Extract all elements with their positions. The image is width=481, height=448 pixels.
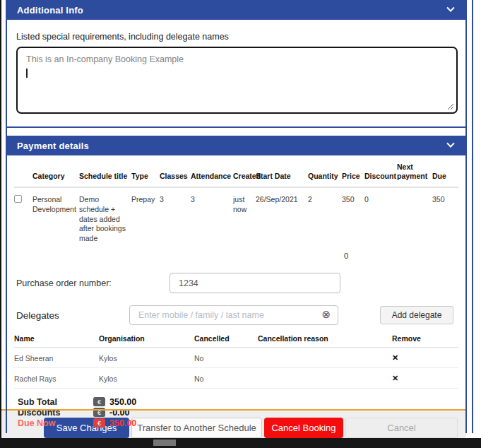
additional-info-title: Additional Info	[17, 5, 83, 16]
col-discount: Discount	[364, 158, 397, 187]
col-cancelled: Cancelled	[194, 329, 258, 348]
delegate-row: Ed Sheeran Kylos No ✕	[14, 348, 458, 368]
additional-info-header[interactable]: Additional Info	[7, 0, 465, 20]
panel-border-right	[465, 0, 467, 433]
col-remove: Remove	[392, 329, 458, 348]
col-start-date: Start Date	[256, 158, 308, 187]
purchase-order-input[interactable]	[170, 273, 340, 293]
requirements-text: This is an In-company Booking Example	[26, 54, 184, 64]
chevron-down-icon[interactable]	[446, 4, 454, 12]
delegate-cancellation-reason	[258, 348, 392, 368]
payment-details-title: Payment details	[17, 141, 89, 151]
delegate-cancelled: No	[194, 348, 258, 368]
col-created: Created	[233, 158, 256, 187]
booking-modal: Additional Info Listed special requireme…	[0, 0, 481, 448]
footer-divider	[1, 409, 466, 411]
cell-type: Prepay	[131, 187, 160, 243]
cell-schedule-title: Demo schedule + dates added after bookin…	[79, 187, 131, 243]
cell-quantity: 2	[308, 187, 342, 243]
col-type: Type	[131, 158, 160, 187]
add-delegate-button[interactable]: Add delegate	[380, 306, 453, 324]
remove-delegate-icon[interactable]: ✕	[392, 374, 398, 382]
cell-next-payment	[397, 187, 432, 243]
purchase-order-label: Purchase order number:	[14, 278, 170, 288]
col-category: Category	[32, 158, 79, 187]
subtotal-row: Sub Total € 350.00	[14, 396, 226, 407]
cell-discount: 0	[364, 187, 397, 243]
col-attendance: Attendance	[191, 158, 233, 187]
delegate-name: Ed Sheeran	[14, 348, 99, 368]
cell-category: Personal Development	[32, 187, 79, 243]
col-quantity: Quantity	[308, 158, 342, 187]
delegate-organisation: Kylos	[99, 348, 194, 368]
remove-delegate-icon[interactable]: ✕	[392, 353, 398, 362]
delegate-search-input[interactable]	[129, 305, 338, 325]
cell-start-date: 26/Sep/2021	[256, 187, 308, 243]
discount-total: 0	[344, 252, 458, 260]
col-classes: Classes	[160, 158, 191, 187]
col-due: Due	[432, 158, 458, 187]
delegate-organisation: Kylos	[99, 368, 194, 389]
totals-block: Sub Total € 350.00 Discounts € -0.00 Due…	[14, 396, 226, 428]
delegate-cancellation-reason	[258, 368, 392, 389]
subtotal-value: 350.00	[109, 397, 136, 407]
cancel-booking-button[interactable]: Cancel Booking	[264, 418, 343, 438]
delegates-label: Delegates	[14, 310, 129, 321]
delegate-cancelled: No	[194, 368, 258, 389]
horizontal-scrollbar-thumb[interactable]	[153, 440, 176, 446]
cell-classes: 3	[160, 187, 191, 243]
delegates-table-header-row: Name Organisation Cancelled Cancellation…	[14, 329, 458, 348]
euro-badge-icon: €	[93, 418, 105, 428]
due-now-row: Due Now € 350.00	[14, 418, 226, 428]
requirements-textarea[interactable]: This is an In-company Booking Example	[16, 47, 458, 114]
chevron-down-icon[interactable]	[446, 140, 454, 148]
col-organisation: Organisation	[99, 329, 194, 348]
modal-border-right	[472, 0, 473, 433]
payment-details-panel: Payment details Category Schedule title …	[7, 136, 465, 432]
delegate-row: Rachel Rays Kylos No ✕	[14, 368, 458, 389]
col-schedule-title: Schedule title	[79, 158, 131, 187]
cell-price: 350	[342, 187, 364, 243]
delegate-name: Rachel Rays	[14, 368, 99, 389]
col-name: Name	[14, 329, 99, 348]
cell-created: just now	[233, 187, 256, 243]
cell-due: 350	[432, 187, 458, 243]
col-next-payment: Next payment	[397, 158, 432, 187]
row-checkbox[interactable]	[14, 195, 22, 203]
cancel-button: Cancel	[345, 418, 458, 438]
subtotal-label: Sub Total	[14, 397, 93, 407]
payment-table-row: Personal Development Demo schedule + dat…	[14, 187, 458, 243]
payment-table-header-row: Category Schedule title Type Classes Att…	[14, 158, 458, 187]
window-edge	[0, 0, 1, 448]
cell-attendance: 3	[191, 187, 233, 243]
payment-details-header[interactable]: Payment details	[7, 136, 465, 155]
clear-search-icon[interactable]: ⊗	[321, 308, 331, 321]
additional-info-panel: Additional Info Listed special requireme…	[7, 0, 465, 128]
text-cursor	[26, 69, 28, 78]
panel-border-left	[6, 0, 7, 433]
due-now-value: 350.00	[109, 418, 136, 428]
due-now-label: Due Now	[14, 418, 93, 428]
resize-handle-icon[interactable]	[447, 103, 454, 110]
bottom-scrollbar-track[interactable]	[0, 438, 481, 448]
col-cancellation-reason: Cancellation reason	[258, 329, 392, 348]
delegates-table: Name Organisation Cancelled Cancellation…	[14, 329, 458, 389]
euro-badge-icon: €	[93, 397, 105, 406]
payment-table: Category Schedule title Type Classes Att…	[14, 158, 458, 243]
requirements-label: Listed special requirements, including d…	[16, 32, 465, 42]
col-price: Price	[342, 158, 364, 187]
delegate-search: ⊗	[129, 305, 338, 325]
